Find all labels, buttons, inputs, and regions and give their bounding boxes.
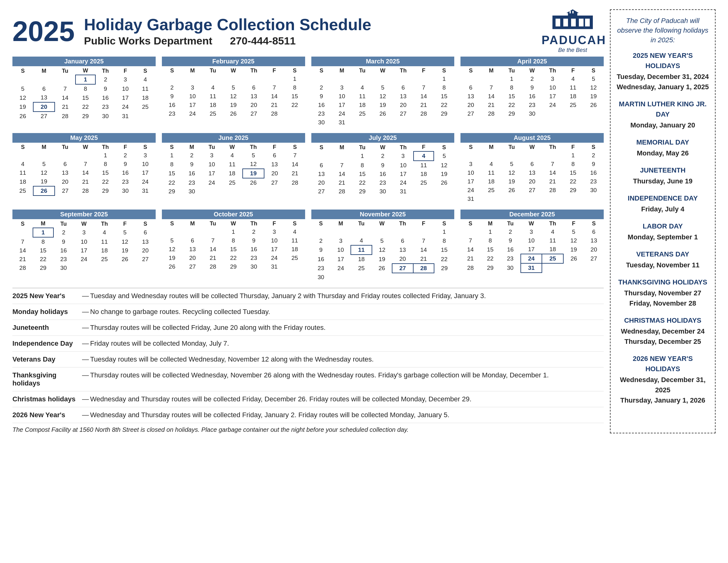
day-header: F xyxy=(115,143,135,151)
day-header: F xyxy=(264,67,285,75)
calendar-day xyxy=(162,227,182,236)
calendar-day: 28 xyxy=(543,186,563,194)
calendar-day: 21 xyxy=(76,177,95,186)
calendar-day: 5 xyxy=(162,236,182,245)
calendar-day: 29 xyxy=(76,112,95,121)
calendar-day: 7 xyxy=(460,236,480,245)
day-header: Th xyxy=(244,220,264,227)
calendar-table: SMTuWThFS1234567891011121314151617181920… xyxy=(12,143,156,196)
day-header: F xyxy=(264,220,285,227)
calendar-day: 28 xyxy=(55,112,76,121)
note-row: Christmas holidays—Wednesday and Thursda… xyxy=(12,391,604,407)
calendar-day: 27 xyxy=(182,262,203,271)
calendar-day: 15 xyxy=(33,246,53,255)
calendar-day: 13 xyxy=(392,245,413,254)
calendar-day: 4 xyxy=(352,83,373,92)
calendar-day: 26 xyxy=(162,262,182,271)
calendar-day: 31 xyxy=(332,118,352,127)
calendar-day: 12 xyxy=(162,245,182,254)
calendar-day: 7 xyxy=(264,83,285,92)
calendar-day: 30 xyxy=(53,263,74,272)
calendar-day: 10 xyxy=(460,168,481,177)
calendar-day: 13 xyxy=(182,245,203,254)
logo-block: PADUCAH Be the Best xyxy=(542,9,604,53)
calendar-day: 13 xyxy=(264,160,285,169)
calendar-day: 7 xyxy=(413,236,434,245)
calendar-day: 26 xyxy=(223,109,244,118)
calendar-day: 9 xyxy=(53,237,74,246)
calendar-day: 18 xyxy=(203,101,223,109)
calendar-day: 15 xyxy=(162,169,182,178)
calendar-day: 16 xyxy=(373,170,393,178)
calendar-day: 9 xyxy=(162,92,182,101)
calendar-day: 19 xyxy=(162,254,182,262)
calendar-day: 19 xyxy=(12,102,33,112)
calendar-day: 30 xyxy=(115,186,135,195)
svg-rect-3 xyxy=(571,19,576,26)
calendar-day: 9 xyxy=(522,83,543,92)
day-header: S xyxy=(584,220,604,227)
day-header: Th xyxy=(244,67,264,75)
calendar-day: 15 xyxy=(223,245,244,254)
day-header: M xyxy=(182,67,203,75)
calendar-day: 2 xyxy=(162,83,182,92)
calendar-day xyxy=(393,75,414,83)
note-text: Thursday routes will be collected Wednes… xyxy=(90,371,604,379)
calendar-day: 20 xyxy=(244,101,264,109)
calendar-day: 17 xyxy=(331,254,351,263)
calendar-day: 26 xyxy=(563,254,584,263)
day-header: Th xyxy=(542,220,563,227)
calendar-day: 31 xyxy=(393,187,414,196)
calendar-day: 19 xyxy=(243,169,264,178)
sidebar-holiday-item: MEMORIAL DAYMonday, May 26 xyxy=(616,137,709,158)
calendar-day: 10 xyxy=(202,160,222,169)
calendar-day xyxy=(414,75,434,83)
calendar-day xyxy=(563,263,584,272)
calendar-day: 16 xyxy=(53,246,74,255)
calendar-day: 26 xyxy=(501,186,522,194)
calendar-day: 25 xyxy=(285,254,305,262)
day-header: Tu xyxy=(55,143,76,151)
calendar-day: 17 xyxy=(393,170,414,178)
calendar-day: 14 xyxy=(55,93,76,102)
calendar-day: 12 xyxy=(115,237,135,246)
calendar-day: 29 xyxy=(480,263,500,272)
sidebar-holiday-date: Monday, May 26 xyxy=(616,148,709,158)
calendar-day: 12 xyxy=(373,92,393,101)
calendar-day: 10 xyxy=(331,245,351,254)
calendar-day: 25 xyxy=(352,109,373,118)
day-header: Th xyxy=(543,67,563,75)
logo-tagline: Be the Best xyxy=(542,47,604,53)
calendar-day: 2 xyxy=(583,151,604,160)
note-text: No change to garbage routes. Recycling c… xyxy=(90,308,604,316)
calendar-day: 1 xyxy=(563,151,583,160)
calendar-day: 2 xyxy=(53,228,74,237)
calendar-day: 22 xyxy=(434,254,454,263)
calendar-day: 8 xyxy=(352,161,373,170)
calendar-day: 12 xyxy=(223,92,244,101)
calendar-day: 9 xyxy=(311,245,331,254)
calendar-day: 28 xyxy=(481,109,501,118)
sidebar-holiday-date: Thursday, June 19 xyxy=(616,176,709,186)
calendar-day: 20 xyxy=(55,177,76,186)
day-header: Th xyxy=(543,143,563,151)
calendar-day: 15 xyxy=(434,92,454,101)
calendar-day: 12 xyxy=(372,245,392,254)
day-header: S xyxy=(12,67,33,75)
department-name: Public Works Department xyxy=(84,35,212,47)
calendar-title: January 2025 xyxy=(12,57,156,66)
calendar-table: SMTuWThFS1234567891011121314151617181920… xyxy=(12,220,156,272)
calendar-table: SMTuWThFS1234567891011121314151617181920… xyxy=(162,67,305,118)
day-header: S xyxy=(285,67,305,75)
note-text: Thursday routes will be collected Friday… xyxy=(90,324,604,332)
note-text: Wednesday and Thursday routes will be co… xyxy=(90,411,604,419)
day-header: F xyxy=(413,220,434,227)
calendar-day xyxy=(351,273,372,282)
calendar-day: 19 xyxy=(373,101,393,109)
calendar-day: 31 xyxy=(115,112,135,121)
sidebar-holiday-name: INDEPENDENCE DAY xyxy=(616,193,709,203)
sidebar-holiday-name: MARTIN LUTHER KING JR. DAY xyxy=(616,99,709,119)
calendar-day: 24 xyxy=(393,178,414,187)
calendar-day xyxy=(55,151,76,160)
calendar-day: 24 xyxy=(74,255,94,263)
